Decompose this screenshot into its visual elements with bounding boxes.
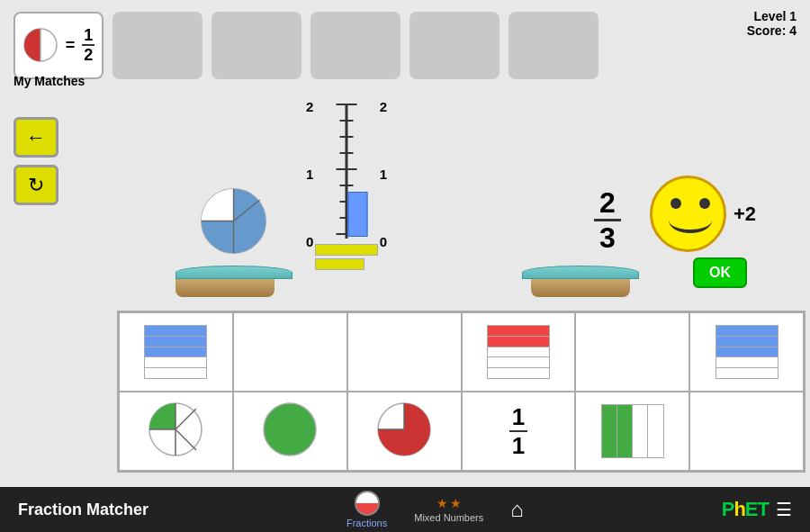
home-icon[interactable]: ⌂	[510, 497, 524, 522]
grid-cell-8[interactable]	[233, 392, 347, 471]
fraction-denominator: 3	[594, 223, 621, 252]
fraction-one-one: 1 1	[509, 405, 527, 457]
fraction-numerator: 2	[594, 188, 621, 217]
grid-cell-4[interactable]	[462, 312, 576, 392]
match-card-6[interactable]	[508, 12, 598, 79]
smiley-container: +2	[650, 176, 756, 252]
yellow-bar-1	[315, 244, 378, 256]
scale-indicator-bar	[348, 192, 368, 237]
grid-cell-5[interactable]	[575, 312, 689, 392]
grid-cell-3[interactable]	[347, 312, 462, 392]
yellow-bars	[315, 244, 378, 270]
left-buttons: ← ↻	[14, 117, 58, 205]
grid-cell-11[interactable]	[575, 392, 689, 471]
smiley-face	[650, 176, 726, 252]
scale-mid-right: 1	[380, 167, 387, 182]
phet-branding: PhET ☰	[722, 498, 792, 521]
scale-bot-left: 0	[306, 234, 313, 249]
right-pedestal-top	[522, 266, 639, 279]
grid-cell-6[interactable]	[689, 312, 804, 392]
left-pie-svg	[198, 185, 270, 257]
pie-small-2	[261, 401, 320, 463]
match-card-5[interactable]	[410, 12, 500, 79]
fraction-grid: 1 1	[117, 311, 806, 473]
scale-top-left: 2	[306, 99, 313, 114]
yellow-bar-2	[315, 258, 364, 270]
frac-bar-blue-1	[144, 325, 207, 379]
match-fraction: 1 2	[82, 27, 94, 63]
refresh-button[interactable]: ↻	[14, 165, 58, 205]
match-card-2[interactable]	[112, 12, 202, 79]
fractions-label: Fractions	[346, 518, 387, 528]
star-2: ★	[450, 496, 462, 510]
pie-svg-2	[261, 401, 320, 459]
grid-cell-7[interactable]	[119, 392, 233, 471]
mixed-numbers-label: Mixed Numbers	[414, 512, 483, 523]
nav-item-mixed-numbers[interactable]: ★ ★ Mixed Numbers	[414, 496, 483, 523]
vert-bar-green	[601, 404, 664, 458]
grid-cell-10[interactable]: 1 1	[462, 392, 576, 471]
pie-small-1	[147, 401, 205, 463]
left-pie[interactable]	[198, 185, 270, 261]
grid-cell-1[interactable]	[119, 312, 233, 392]
mixed-numbers-stars: ★ ★	[436, 496, 462, 510]
frac-bar-red	[487, 325, 550, 379]
star-1: ★	[436, 496, 448, 510]
nav-item-fractions[interactable]: Fractions	[346, 491, 387, 528]
phet-logo: PhET	[722, 498, 769, 521]
pie-svg-3	[375, 401, 434, 459]
match-equals: =	[66, 36, 76, 55]
right-pedestal-bottom	[531, 279, 630, 297]
top-bar: = 1 2	[0, 0, 810, 90]
match-card-4[interactable]	[310, 12, 400, 79]
plus-score: +2	[734, 203, 756, 226]
pie-small-3	[375, 401, 434, 463]
grid-cell-12[interactable]	[689, 392, 804, 471]
scale-mid-left: 1	[306, 167, 313, 182]
left-pedestal-tray	[176, 266, 292, 297]
grid-cell-9[interactable]	[347, 392, 462, 471]
svg-point-11	[264, 403, 316, 455]
nav-item-home[interactable]: ⌂	[510, 497, 524, 522]
left-pedestal	[171, 185, 297, 297]
pie-svg-1	[147, 401, 205, 459]
tick-3	[340, 152, 354, 154]
tick-mid	[337, 168, 357, 170]
grid-cell-2[interactable]	[233, 312, 347, 392]
first-match-card: = 1 2	[14, 12, 104, 79]
tick-2	[340, 136, 354, 138]
tick-top	[337, 104, 357, 105]
my-matches-label: My Matches	[14, 74, 85, 88]
fractions-icon	[355, 491, 380, 516]
app-title: Fraction Matcher	[18, 500, 148, 519]
ok-button[interactable]: OK	[693, 257, 747, 288]
right-pedestal	[522, 266, 639, 297]
level-label: Level 1	[747, 9, 796, 23]
number-line: 2 2 1 1 0 0	[284, 95, 410, 284]
tick-1	[340, 120, 354, 122]
score-label: Score: 4	[747, 23, 796, 38]
level-score: Level 1 Score: 4	[747, 9, 796, 38]
match-card-3[interactable]	[212, 12, 302, 79]
play-area: 2 2 1 1 0 0 2	[117, 90, 810, 315]
back-button[interactable]: ←	[14, 117, 58, 158]
scale-top-right: 2	[380, 99, 387, 114]
tick-4	[340, 185, 354, 186]
frac-bar-blue-2	[716, 325, 778, 379]
scale-bot-right: 0	[380, 234, 387, 249]
match-pie-icon	[22, 27, 58, 63]
hamburger-icon[interactable]: ☰	[776, 499, 792, 520]
fraction-display: 2 3	[594, 188, 621, 252]
bottom-nav: Fractions ★ ★ Mixed Numbers ⌂	[346, 491, 524, 528]
bottom-bar: Fraction Matcher Fractions ★ ★ Mixed Num…	[0, 487, 810, 532]
scale-vline	[346, 104, 348, 239]
